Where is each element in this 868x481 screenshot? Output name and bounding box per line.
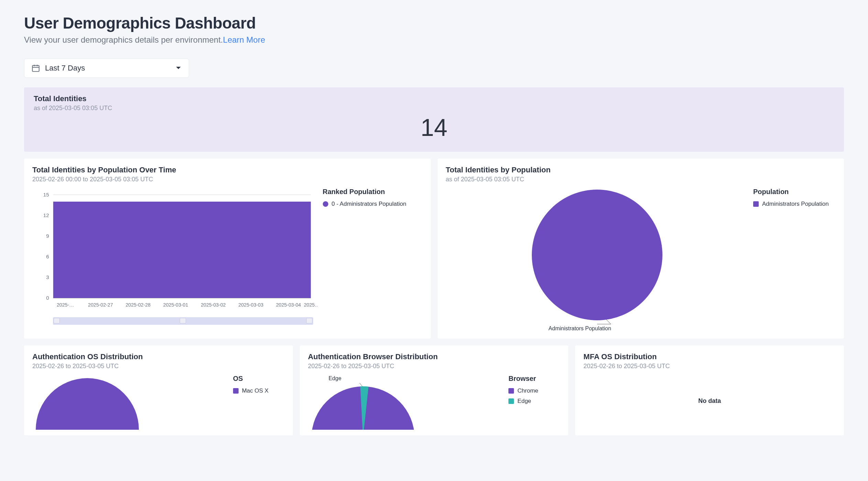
card-auth-os: Authentication OS Distribution 2025-02-2… [24,345,293,435]
pie-slice-label: Administrators Population [429,325,732,332]
legend-swatch [753,201,759,207]
svg-text:2025-02-27: 2025-02-27 [88,302,113,308]
card-title: Total Identities by Population [446,165,836,174]
pie-chart: Edge [308,375,504,430]
no-data-label: No data [583,397,836,405]
total-identities-summary: Total Identities as of 2025-03-05 03:05 … [24,87,844,152]
card-as-of: as of 2025-03-05 03:05 UTC [446,176,836,183]
scrub-handle-left[interactable] [54,318,60,323]
time-scrub-track[interactable] [53,317,313,325]
card-population-over-time: Total Identities by Population Over Time… [24,159,431,339]
svg-rect-12 [53,202,311,298]
legend-item[interactable]: 0 - Administrators Population [323,201,422,207]
legend: Ranked Population 0 - Administrators Pop… [323,188,422,325]
svg-text:2025-03-04: 2025-03-04 [276,302,301,308]
summary-as-of: as of 2025-03-05 03:05 UTC [34,105,834,112]
scrub-handle-mid[interactable] [180,318,186,323]
svg-line-26 [358,383,362,386]
legend-swatch [508,388,514,394]
date-range-label: Last 7 Days [45,64,85,73]
scrub-handle-right[interactable] [306,318,312,323]
legend-title: Browser [508,375,560,383]
page-title: User Demographics Dashboard [24,14,844,32]
card-title: Authentication OS Distribution [32,352,285,361]
svg-point-24 [36,378,139,430]
svg-text:2025-02-28: 2025-02-28 [125,302,151,308]
card-mfa-os: MFA OS Distribution 2025-02-26 to 2025-0… [575,345,844,435]
svg-text:2025-03-02: 2025-03-02 [201,302,226,308]
legend-swatch [233,388,239,394]
card-title: Total Identities by Population Over Time [32,165,422,174]
legend: OS Mac OS X [233,375,285,430]
legend-item[interactable]: Edge [508,398,560,405]
svg-text:15: 15 [43,192,49,197]
area-chart: 0 3 6 9 12 15 2025-… 2025-02-27 2025-02 [32,188,318,325]
pie-chart [32,375,228,430]
legend-item-label: 0 - Administrators Population [332,201,406,207]
legend-swatch [508,398,514,404]
legend-item-label: Mac OS X [242,387,268,394]
legend-item[interactable]: Mac OS X [233,387,285,394]
legend-title: Population [753,188,836,196]
svg-text:0: 0 [46,295,49,301]
svg-text:2025…: 2025… [304,302,318,308]
svg-text:2025-…: 2025-… [57,302,74,308]
card-date-range: 2025-02-26 to 2025-03-05 UTC [32,363,285,370]
legend-item-label: Administrators Population [762,201,829,207]
legend: Population Administrators Population [753,188,836,333]
pie-chart: Administrators Population [446,188,749,333]
legend-item[interactable]: Administrators Population [753,201,836,207]
legend: Browser Chrome Edge [508,375,560,430]
card-title: MFA OS Distribution [583,352,836,361]
calendar-icon [31,64,40,73]
card-population-pie: Total Identities by Population as of 202… [438,159,844,339]
pie-slice-label-edge: Edge [329,375,341,382]
subtitle-text: View your user demographics details per … [24,35,223,44]
svg-text:3: 3 [46,274,49,280]
svg-text:2025-03-01: 2025-03-01 [163,302,188,308]
page-subtitle: View your user demographics details per … [24,35,844,45]
legend-title: Ranked Population [323,188,422,196]
card-date-range: 2025-02-26 to 2025-03-05 UTC [308,363,560,370]
legend-item-label: Chrome [517,387,538,394]
legend-swatch [323,201,328,207]
card-auth-browser: Authentication Browser Distribution 2025… [300,345,569,435]
svg-line-22 [606,319,611,324]
card-date-range: 2025-02-26 to 2025-03-05 UTC [583,363,836,370]
legend-item-label: Edge [517,398,531,405]
svg-text:6: 6 [46,254,49,259]
card-title: Authentication Browser Distribution [308,352,560,361]
summary-title: Total Identities [34,94,834,103]
chevron-down-icon [176,65,181,71]
svg-text:9: 9 [46,233,49,239]
legend-item[interactable]: Chrome [508,387,560,394]
svg-text:2025-03-03: 2025-03-03 [239,302,264,308]
card-date-range: 2025-02-26 00:00 to 2025-03-05 03:05 UTC [32,176,422,183]
svg-point-21 [532,190,662,320]
svg-rect-0 [32,65,39,71]
learn-more-link[interactable]: Learn More [223,35,265,44]
date-range-selector[interactable]: Last 7 Days [24,58,189,78]
summary-value: 14 [34,114,834,141]
legend-title: OS [233,375,285,383]
svg-text:12: 12 [43,212,49,218]
